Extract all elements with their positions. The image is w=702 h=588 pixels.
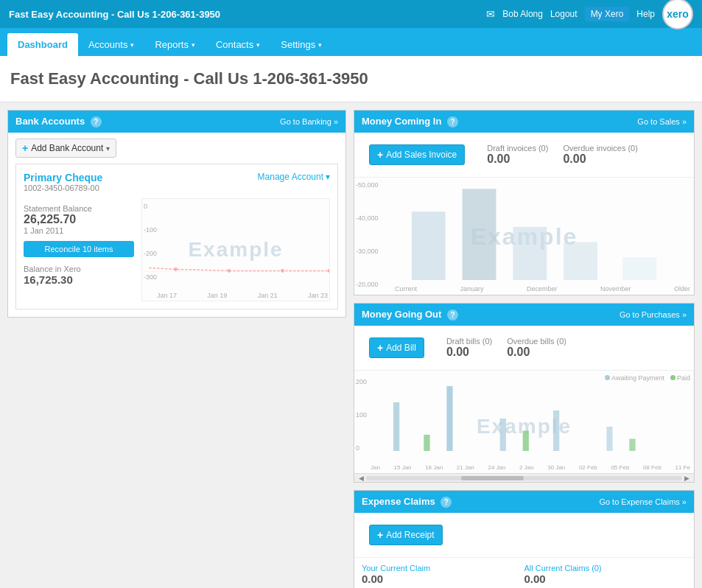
y-label-50k: -50,000: [356, 181, 379, 189]
user-name-link[interactable]: Bob Along: [502, 9, 543, 19]
svg-point-4: [328, 269, 329, 273]
svg-rect-9: [622, 257, 656, 280]
money-coming-in-help-icon[interactable]: ?: [447, 116, 458, 127]
your-current-claim-value: 0.00: [362, 573, 524, 585]
overdue-invoices-group: Overdue invoices (0) 0.00: [563, 144, 638, 166]
y-label-20k: -20,000: [356, 281, 379, 288]
overdue-invoices-value: 0.00: [563, 153, 638, 166]
reconcile-button[interactable]: Reconcile 10 items: [24, 241, 134, 257]
bank-account-body: Statement Balance 26,225.70 1 Jan 2011 R…: [24, 198, 330, 301]
svg-point-2: [228, 269, 231, 273]
expense-claims-title-group: Expense Claims ?: [362, 496, 452, 508]
add-bill-label: Add Bill: [386, 343, 416, 353]
bank-accounts-panel: Bank Accounts ? Go to Banking » + Add Ba…: [7, 110, 346, 318]
svg-rect-8: [564, 242, 597, 280]
myxero-link[interactable]: My Xero: [585, 7, 630, 21]
draft-invoices-group: Draft invoices (0) 0.00: [487, 144, 548, 166]
go-to-expense-claims-link[interactable]: Go to Expense Claims »: [599, 497, 687, 506]
add-receipt-plus-icon: +: [377, 529, 383, 541]
nav-tab-dashboard[interactable]: Dashboard: [7, 33, 78, 56]
scroll-left-arrow[interactable]: ◀: [357, 475, 366, 482]
invoice-stats-row: + Add Sales Invoice Draft invoices (0) 0…: [354, 133, 694, 177]
draft-bills-label: Draft bills (0): [446, 337, 492, 346]
bank-chart-svg: [142, 199, 329, 290]
accounts-dropdown-arrow: ▾: [130, 41, 134, 49]
svg-point-1: [174, 267, 178, 271]
svg-rect-12: [500, 419, 506, 451]
nav-tab-settings-label: Settings: [281, 39, 315, 50]
help-link[interactable]: Help: [636, 9, 655, 19]
nav-bar: Dashboard Accounts ▾ Reports ▾ Contacts …: [0, 28, 702, 56]
add-invoice-plus-icon: +: [377, 149, 383, 161]
money-going-out-x-labels: Jan 15 Jan 18 Jan 21 Jan 24 Jan 2 Jan 30…: [371, 464, 690, 471]
bank-account-stats: Statement Balance 26,225.70 1 Jan 2011 R…: [24, 198, 134, 301]
money-coming-in-header: Money Coming In ? Go to Sales »: [354, 111, 694, 133]
x-january: January: [460, 285, 483, 293]
nav-tab-settings[interactable]: Settings ▾: [270, 33, 332, 56]
bank-accounts-title: Bank Accounts: [15, 116, 85, 127]
expense-claims-help-icon[interactable]: ?: [440, 497, 452, 508]
add-sales-invoice-button[interactable]: + Add Sales Invoice: [369, 144, 465, 165]
add-bank-label: Add Bank Account: [31, 143, 103, 153]
x-label-jan21: Jan 21: [258, 292, 278, 299]
draft-invoices-value: 0.00: [487, 153, 548, 166]
money-coming-in-chart: Example -50,000 -40,000 -30,000 -20,000 …: [354, 177, 694, 295]
nav-tab-contacts[interactable]: Contacts ▾: [206, 33, 270, 56]
expense-claims-header: Expense Claims ? Go to Expense Claims »: [354, 491, 694, 513]
money-going-out-chart: Awaiting Payment Paid Example 200 100 0: [354, 370, 694, 473]
add-receipt-toolbar: + Add Receipt: [354, 513, 694, 557]
statement-balance-date: 1 Jan 2011: [24, 226, 134, 235]
money-going-out-title-group: Money Going Out ?: [362, 309, 458, 321]
nav-tab-reports[interactable]: Reports ▾: [144, 33, 206, 56]
all-current-claims-label: All Current Claims (0): [524, 564, 687, 573]
x-current: Current: [395, 285, 417, 293]
balance-in-xero-value: 16,725.30: [24, 273, 134, 286]
logout-link[interactable]: Logout: [550, 9, 578, 19]
bank-accounts-title-group: Bank Accounts ?: [15, 116, 102, 127]
scroll-right-arrow[interactable]: ▶: [682, 475, 692, 482]
x-label-jan17: Jan 17: [157, 292, 177, 299]
svg-rect-13: [553, 410, 559, 451]
expense-claims-title: Expense Claims: [362, 496, 435, 507]
add-bank-account-button[interactable]: + Add Bank Account ▾: [15, 139, 116, 158]
add-bill-plus-icon: +: [377, 342, 383, 354]
svg-rect-6: [463, 189, 496, 280]
overdue-bills-value: 0.00: [507, 346, 566, 359]
x-label-jan23: Jan 23: [308, 292, 328, 299]
svg-rect-10: [393, 402, 399, 451]
add-receipt-button[interactable]: + Add Receipt: [369, 525, 443, 545]
bank-accounts-header: Bank Accounts ? Go to Banking »: [8, 111, 345, 133]
go-to-sales-link[interactable]: Go to Sales »: [637, 117, 687, 126]
svg-rect-17: [629, 439, 635, 452]
x-november: November: [600, 285, 631, 293]
add-receipt-label: Add Receipt: [386, 530, 434, 540]
nav-tab-reports-label: Reports: [155, 39, 189, 50]
scrollbar-track[interactable]: [366, 476, 682, 480]
add-bank-dropdown-icon: ▾: [106, 144, 110, 153]
add-bill-button[interactable]: + Add Bill: [369, 337, 424, 358]
money-going-out-scrollbar[interactable]: ◀ ▶: [354, 473, 694, 482]
your-current-claim-label: Your Current Claim: [362, 564, 524, 573]
bills-stats-row: + Add Bill Draft bills (0) 0.00 Overdue …: [354, 326, 694, 370]
overdue-bills-label: Overdue bills (0): [507, 337, 566, 346]
go-to-banking-link[interactable]: Go to Banking »: [280, 117, 338, 126]
bank-account-top: Primary Cheque 1002-3450-06789-00 Manage…: [24, 172, 330, 192]
top-bar: Fast Easy Accounting - Call Us 1-206-361…: [0, 0, 702, 28]
y-label-40k: -40,000: [356, 214, 379, 222]
account-name[interactable]: Primary Cheque: [24, 172, 102, 183]
scrollbar-thumb[interactable]: [461, 476, 524, 480]
money-coming-in-y-labels: -50,000 -40,000 -30,000 -20,000: [356, 181, 379, 295]
money-coming-in-title-group: Money Coming In ?: [362, 116, 458, 127]
go-to-purchases-link[interactable]: Go to Purchases »: [619, 310, 687, 319]
bank-accounts-help-icon[interactable]: ?: [91, 116, 102, 127]
balance-in-xero-label: Balance in Xero: [24, 265, 134, 273]
svg-rect-16: [523, 431, 529, 452]
bank-accounts-toolbar: + Add Bank Account ▾: [8, 133, 345, 164]
money-going-out-help-icon[interactable]: ?: [447, 309, 458, 321]
left-column: Bank Accounts ? Go to Banking » + Add Ba…: [7, 110, 346, 588]
nav-tab-accounts[interactable]: Accounts ▾: [78, 33, 144, 56]
manage-account-button[interactable]: Manage Account ▾: [258, 172, 330, 182]
settings-dropdown-arrow: ▾: [318, 41, 322, 49]
all-current-claims-value: 0.00: [524, 573, 687, 585]
overdue-bills-group: Overdue bills (0) 0.00: [507, 337, 566, 359]
